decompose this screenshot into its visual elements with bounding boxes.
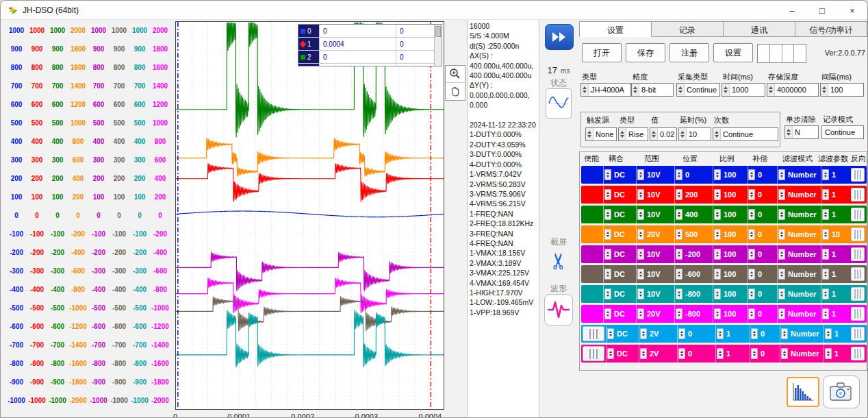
channel-filter-param-spinner[interactable]: 1	[821, 166, 847, 184]
channel-position-spinner[interactable]: 0	[677, 325, 715, 343]
button-2[interactable]: 保存	[626, 43, 665, 62]
channel-position-spinner[interactable]: 0	[677, 345, 715, 362]
legend-scrollbar[interactable]	[434, 25, 442, 66]
channel-filter-mode-spinner[interactable]: Number	[777, 285, 821, 303]
trigger-spinner-5[interactable]: Continue	[713, 127, 778, 141]
channel-position-spinner[interactable]: 200	[674, 186, 713, 204]
histogram-button[interactable]	[787, 377, 819, 407]
button-1[interactable]: 打开	[582, 43, 622, 62]
channel-position-spinner[interactable]: 500	[674, 225, 713, 243]
minimize-button[interactable]: –	[777, 1, 807, 20]
field-spinner-5[interactable]: 4000000	[767, 83, 819, 97]
channel-filter-mode-spinner[interactable]: Number	[777, 245, 821, 263]
channel-range-spinner[interactable]: 2V	[639, 325, 677, 343]
channel-position-spinner[interactable]: -200	[674, 245, 713, 263]
channel-invert-toggle[interactable]	[851, 228, 865, 241]
tab-inactive[interactable]: 信号/功率计	[795, 21, 867, 37]
pan-tool-button[interactable]	[446, 83, 465, 100]
channel-range-spinner[interactable]: 20V	[636, 305, 674, 323]
channel-invert-toggle[interactable]	[851, 208, 865, 221]
button-3[interactable]: 注册	[669, 43, 709, 62]
channel-coupling-spinner[interactable]: DC	[603, 186, 636, 204]
camera-button[interactable]	[823, 376, 860, 408]
channel-coupling-spinner[interactable]: DC	[603, 265, 636, 283]
field-spinner-3[interactable]: Continue	[676, 83, 720, 97]
channel-scale-spinner[interactable]: 100	[713, 245, 747, 263]
channel-range-spinner[interactable]: 10V	[636, 265, 674, 283]
channel-range-spinner[interactable]: 20V	[636, 225, 674, 243]
field-spinner-1[interactable]: JH-4000A	[580, 83, 631, 97]
channel-enable-toggle[interactable]	[581, 305, 603, 323]
button-4[interactable]: 设置	[713, 43, 753, 62]
trigger-spinner-1[interactable]: None	[585, 127, 617, 141]
close-button[interactable]: ×	[837, 1, 867, 20]
channel-compensation-spinner[interactable]: 0	[747, 265, 777, 283]
channel-scale-spinner[interactable]: 100	[713, 166, 747, 184]
channel-compensation-spinner[interactable]: 0	[747, 285, 777, 303]
channel-scale-spinner[interactable]: 1	[715, 325, 750, 343]
channel-scale-spinner[interactable]: 100	[713, 225, 747, 243]
channel-filter-mode-spinner[interactable]: Number	[777, 206, 821, 223]
channel-invert-toggle[interactable]	[851, 267, 865, 281]
channel-filter-mode-spinner[interactable]: Number	[777, 186, 821, 204]
trigger-spinner-3[interactable]: 0.02	[650, 127, 677, 141]
channel-compensation-spinner[interactable]: 0	[747, 245, 777, 263]
channel-enable-toggle[interactable]	[581, 225, 603, 243]
channel-enable-toggle[interactable]	[583, 346, 604, 361]
channel-enable-toggle[interactable]	[581, 245, 603, 263]
channel-invert-toggle[interactable]	[851, 287, 865, 301]
channel-coupling-spinner[interactable]: DC	[606, 325, 639, 343]
channel-range-spinner[interactable]: 10V	[636, 245, 674, 263]
channel-enable-toggle[interactable]	[581, 186, 603, 204]
channel-filter-mode-spinner[interactable]: Number	[780, 345, 824, 362]
channel-enable-toggle[interactable]	[581, 265, 603, 283]
channel-compensation-spinner[interactable]: 0	[747, 206, 777, 223]
channel-range-spinner[interactable]: 10V	[636, 166, 674, 184]
channel-position-spinner[interactable]: -600	[674, 265, 713, 283]
channel-compensation-spinner[interactable]: 0	[750, 345, 780, 362]
channel-enable-toggle[interactable]	[583, 326, 604, 341]
channel-enable-toggle[interactable]	[581, 206, 603, 223]
channel-position-spinner[interactable]: 400	[674, 206, 713, 223]
channel-scale-spinner[interactable]: 1	[715, 345, 750, 362]
channel-compensation-spinner[interactable]: 0	[747, 225, 777, 243]
channel-scale-spinner[interactable]: 100	[713, 265, 747, 283]
channel-coupling-spinner[interactable]: DC	[603, 225, 636, 243]
waveform-button[interactable]	[544, 294, 573, 325]
channel-compensation-spinner[interactable]: 0	[747, 186, 777, 204]
channel-coupling-spinner[interactable]: DC	[603, 305, 636, 323]
record-mode-box[interactable]: Continue	[821, 125, 864, 139]
channel-position-spinner[interactable]: -800	[674, 285, 713, 303]
tab-active[interactable]: 设置	[579, 21, 652, 37]
tab-inactive[interactable]: 通讯	[724, 21, 795, 37]
waveform-canvas[interactable]	[176, 22, 444, 409]
channel-filter-param-spinner[interactable]: 1	[821, 265, 847, 283]
channel-filter-param-spinner[interactable]: 1	[821, 285, 847, 303]
channel-range-spinner[interactable]: 10V	[636, 186, 674, 204]
channel-invert-toggle[interactable]	[851, 307, 865, 321]
channel-filter-mode-spinner[interactable]: Number	[777, 225, 821, 243]
channel-enable-toggle[interactable]	[581, 285, 603, 303]
channel-filter-mode-spinner[interactable]: Number	[777, 305, 821, 323]
channel-coupling-spinner[interactable]: DC	[603, 285, 636, 303]
maximize-button[interactable]: □	[807, 1, 837, 20]
channel-coupling-spinner[interactable]: DC	[603, 206, 636, 223]
scrollbar-thumb[interactable]	[435, 26, 441, 37]
channel-filter-param-spinner[interactable]: 1	[821, 206, 847, 223]
channel-compensation-spinner[interactable]: 0	[747, 166, 777, 184]
waveform-plot[interactable]: 00010.00040200300	[175, 21, 444, 410]
channel-filter-param-spinner[interactable]: 1	[824, 325, 850, 343]
channel-filter-param-spinner[interactable]: 1	[821, 305, 847, 323]
channel-range-spinner[interactable]: 2V	[639, 345, 677, 362]
channel-scale-spinner[interactable]: 100	[713, 285, 747, 303]
channel-invert-toggle[interactable]	[851, 247, 865, 261]
field-spinner-4[interactable]: 1000	[722, 83, 765, 97]
channel-position-spinner[interactable]: -800	[674, 305, 713, 323]
channel-scale-spinner[interactable]: 100	[713, 186, 747, 204]
channel-coupling-spinner[interactable]: DC	[606, 345, 639, 362]
single-step-clear-spinner[interactable]: N	[784, 125, 819, 139]
channel-enable-toggle[interactable]	[581, 166, 603, 184]
zoom-tool-button[interactable]	[446, 66, 465, 83]
trigger-spinner-2[interactable]: Rise	[618, 127, 648, 141]
channel-invert-toggle[interactable]	[851, 327, 865, 341]
